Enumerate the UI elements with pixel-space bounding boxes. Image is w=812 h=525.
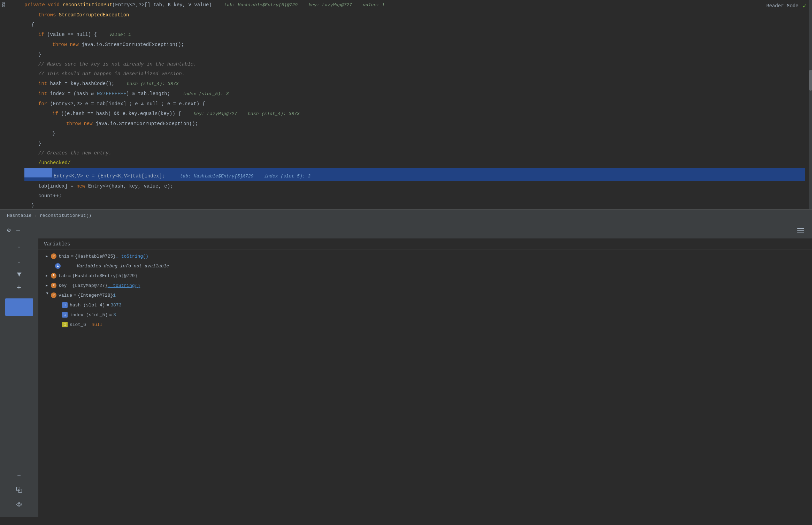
kw-if-2: if: [52, 109, 61, 119]
var-row-debug-info: i Variables debug info not available: [38, 261, 812, 271]
var-tree: ▶ P this = {Hashtable@725} … toString() …: [38, 250, 812, 331]
hint-line4: value: 1: [104, 30, 131, 40]
kw-throw-2: throw: [66, 119, 84, 129]
reader-mode-label: Reader Mode: [766, 3, 798, 9]
hint-line9: hash (slot_4): 3873: [121, 79, 178, 89]
up-button[interactable]: ↑: [13, 242, 25, 254]
icon-value: P: [51, 292, 56, 298]
varname-tab: tab: [59, 273, 67, 279]
new-entry: Entry<>(hash, key, value, e);: [88, 181, 173, 191]
varname-index: index (slot_5): [70, 312, 108, 318]
code-line-20: count++;: [24, 191, 805, 201]
down-button[interactable]: ↓: [13, 255, 25, 267]
var-row-value[interactable]: ▶ P value = {Integer@728} 1: [38, 290, 812, 300]
exception-1: java.io.StreamCorruptedException();: [82, 40, 184, 50]
kw-new-1: new: [70, 40, 82, 50]
kw-new-3: new: [76, 181, 88, 191]
code-line-21: }: [24, 201, 805, 209]
icon-key: P: [51, 283, 56, 288]
close-brace-2: }: [38, 50, 41, 59]
exception-2: java.io.StreamCorruptedException();: [95, 119, 198, 129]
reader-mode-check: ✓: [803, 2, 806, 10]
arrow-key[interactable]: ▶: [44, 283, 49, 288]
arrow-tab[interactable]: ▶: [44, 273, 49, 279]
code-line-16: // Creates the new entry.: [24, 148, 805, 158]
code-line-15: }: [24, 138, 805, 148]
svg-rect-1: [797, 230, 804, 231]
close-brace-inner: }: [52, 129, 55, 138]
code-line-14: }: [24, 129, 805, 138]
code-line-9: int hash = key.hashCode(); hash (slot_4)…: [24, 79, 805, 89]
hint-line18: tab: Hashtable$Entry[5]@729 index (slot_…: [172, 172, 311, 181]
arrow-value[interactable]: ▶: [44, 292, 49, 298]
var-row-hash[interactable]: ▶ □ hash (slot_4) = 3873: [38, 300, 812, 310]
for-loop: (Entry<?,?> e = tab[index] ; e ≠ null ; …: [50, 99, 205, 109]
add-button[interactable]: +: [13, 282, 25, 294]
keyword-throws: throws: [38, 10, 59, 20]
breadcrumb-method: reconstitutionPut(): [40, 213, 91, 218]
varval-tab: {Hashtable$Entry[5]@729}: [72, 273, 137, 279]
breadcrumb-sep-1: ›: [34, 213, 37, 218]
settings-icon[interactable]: ⚙: [7, 226, 11, 234]
editor-scrollbar[interactable]: [809, 0, 812, 209]
copy-icon-btn[interactable]: [13, 484, 25, 496]
icon-hash: □: [62, 302, 68, 308]
code-line-17: /unchecked/: [24, 158, 805, 168]
icon-this: P: [51, 253, 56, 259]
scrollbar-thumb[interactable]: [809, 70, 812, 91]
code-line-10: int index = (hash & 0x7FFFFFFF ) % tab.l…: [24, 89, 805, 99]
code-line-7: // Makes sure the key is not already in …: [24, 59, 805, 69]
breadcrumb-class: Hashtable: [7, 213, 31, 218]
code-line-3: {: [24, 20, 805, 30]
var-row-index[interactable]: ▶ □ index (slot_5) = 3: [38, 310, 812, 320]
hint-line1: tab: Hashtable$Entry[5]@729 key: LazyMap…: [219, 0, 385, 10]
var-hash: hash = key.hashCode();: [50, 79, 115, 89]
varname-hash: hash (slot_4): [70, 303, 105, 308]
if-ehash: ((e.hash == hash) && e.key.equals(key)) …: [61, 109, 181, 119]
icon-slot6: □: [62, 322, 68, 327]
varname-this: this: [59, 254, 69, 259]
bottom-toolbar: ⚙ —: [0, 222, 812, 238]
comment-2: // This should not happen in deserialize…: [38, 69, 185, 79]
var-row-this[interactable]: ▶ P this = {Hashtable@725} … toString(): [38, 251, 812, 261]
code-line-12: if ((e.hash == hash) && e.key.equals(key…: [24, 109, 805, 119]
arrow-this[interactable]: ▶: [44, 253, 49, 259]
varnum-value: 1: [113, 293, 116, 298]
var-index-2: ) % tab.length;: [126, 89, 170, 99]
eye-icon-btn[interactable]: [13, 499, 25, 510]
blue-bar-indicator: [5, 298, 33, 316]
minus-sidebar-btn[interactable]: −: [13, 469, 25, 481]
highlight-bar: [24, 168, 52, 177]
method-reconstitutionPut: reconstitutionPut: [62, 0, 112, 10]
icon-index: □: [62, 312, 68, 318]
variables-content: Variables ▶ P this = {Hashtable@725} … t…: [38, 238, 812, 517]
code-line-13: throw new java.io.StreamCorruptedExcepti…: [24, 119, 805, 129]
svg-rect-0: [797, 228, 804, 229]
list-icon[interactable]: [26, 227, 805, 237]
tostring-this[interactable]: … toString(): [116, 254, 148, 259]
var-row-tab[interactable]: ▶ P tab = {Hashtable$Entry[5]@729}: [38, 271, 812, 281]
filter-button[interactable]: [13, 268, 25, 280]
count-kw: count++;: [38, 191, 62, 201]
sidebar-bottom-icons: −: [13, 469, 25, 510]
comment-1: // Makes sure the key is not already in …: [38, 59, 197, 69]
kw-for: for: [38, 99, 50, 109]
code-line-6: }: [24, 50, 805, 59]
varval-slot6: null: [92, 322, 102, 327]
varname-slot6: slot_6: [70, 322, 86, 327]
code-line-5: throw new java.io.StreamCorruptedExcepti…: [24, 40, 805, 50]
var-row-slot6[interactable]: ▶ □ slot_6 = null: [38, 320, 812, 329]
reader-mode-bar: Reader Mode ✓: [761, 0, 812, 12]
code-line-19: tab[index] = new Entry<>(hash, key, valu…: [24, 181, 805, 191]
tostring-key[interactable]: … toString(): [108, 283, 140, 288]
minus-icon[interactable]: —: [16, 227, 20, 234]
close-brace-method: }: [31, 201, 34, 209]
kw-throw-1: throw: [52, 40, 70, 50]
code-line-2: throws StreamCorruptedException: [24, 10, 805, 20]
kw-new-2: new: [84, 119, 95, 129]
var-row-key[interactable]: ▶ P key = {LazyMap@727} … toString(): [38, 281, 812, 290]
code-line-18-highlighted: Entry<K,V> e = (Entry<K,V>)tab[index]; t…: [24, 168, 805, 181]
hint-line10: index (slot_5): 3: [177, 89, 229, 99]
code-params: (Entry<?,?>[] tab, K key, V value): [112, 0, 212, 10]
breadcrumb-bar: Hashtable › reconstitutionPut(): [0, 209, 812, 222]
